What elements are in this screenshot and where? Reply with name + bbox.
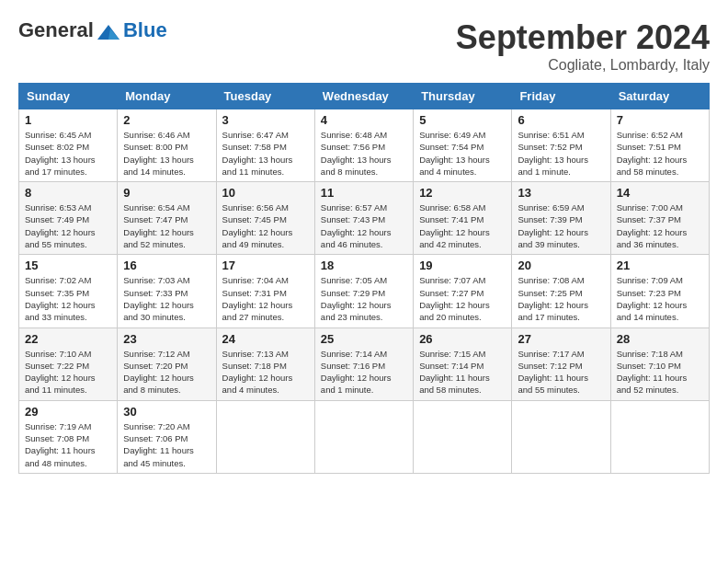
header-thursday: Thursday: [414, 84, 512, 109]
day-17: 17 Sunrise: 7:04 AMSunset: 7:31 PMDaylig…: [216, 255, 314, 327]
day-23: 23 Sunrise: 7:12 AMSunset: 7:20 PMDaylig…: [118, 327, 216, 400]
title-section: September 2024 Cogliate, Lombardy, Italy: [456, 18, 710, 74]
day-27: 27 Sunrise: 7:17 AMSunset: 7:12 PMDaylig…: [512, 327, 610, 400]
day-10: 10 Sunrise: 6:56 AMSunset: 7:45 PMDaylig…: [216, 182, 314, 255]
day-26: 26 Sunrise: 7:15 AMSunset: 7:14 PMDaylig…: [414, 327, 512, 400]
week-row-5: 29 Sunrise: 7:19 AMSunset: 7:08 PMDaylig…: [19, 400, 710, 473]
day-22: 22 Sunrise: 7:10 AMSunset: 7:22 PMDaylig…: [19, 327, 118, 400]
day-19: 19 Sunrise: 7:07 AMSunset: 7:27 PMDaylig…: [414, 255, 512, 327]
day-16: 16 Sunrise: 7:03 AMSunset: 7:33 PMDaylig…: [118, 255, 216, 327]
day-9: 9 Sunrise: 6:54 AMSunset: 7:47 PMDayligh…: [118, 182, 216, 255]
day-18: 18 Sunrise: 7:05 AMSunset: 7:29 PMDaylig…: [314, 255, 413, 327]
day-3: 3 Sunrise: 6:47 AMSunset: 7:58 PMDayligh…: [216, 109, 314, 182]
week-row-2: 8 Sunrise: 6:53 AMSunset: 7:49 PMDayligh…: [19, 182, 710, 255]
calendar-header-row: Sunday Monday Tuesday Wednesday Thursday…: [19, 84, 710, 109]
week-row-3: 15 Sunrise: 7:02 AMSunset: 7:35 PMDaylig…: [19, 255, 710, 327]
day-6: 6 Sunrise: 6:51 AMSunset: 7:52 PMDayligh…: [512, 109, 610, 182]
location-subtitle: Cogliate, Lombardy, Italy: [456, 57, 710, 74]
day-13: 13 Sunrise: 6:59 AMSunset: 7:39 PMDaylig…: [512, 182, 610, 255]
day-30: 30 Sunrise: 7:20 AMSunset: 7:06 PMDaylig…: [118, 400, 216, 473]
svg-marker-1: [108, 29, 119, 40]
header-tuesday: Tuesday: [216, 84, 314, 109]
empty-cell-5: [610, 400, 709, 473]
day-5: 5 Sunrise: 6:49 AMSunset: 7:54 PMDayligh…: [414, 109, 512, 182]
empty-cell-1: [216, 400, 314, 473]
day-24: 24 Sunrise: 7:13 AMSunset: 7:18 PMDaylig…: [216, 327, 314, 400]
day-7: 7 Sunrise: 6:52 AMSunset: 7:51 PMDayligh…: [610, 109, 709, 182]
header-wednesday: Wednesday: [314, 84, 413, 109]
day-25: 25 Sunrise: 7:14 AMSunset: 7:16 PMDaylig…: [314, 327, 413, 400]
empty-cell-4: [512, 400, 610, 473]
logo-icon: [96, 23, 121, 43]
month-year-title: September 2024: [456, 18, 710, 57]
day-20: 20 Sunrise: 7:08 AMSunset: 7:25 PMDaylig…: [512, 255, 610, 327]
day-28: 28 Sunrise: 7:18 AMSunset: 7:10 PMDaylig…: [610, 327, 709, 400]
day-11: 11 Sunrise: 6:57 AMSunset: 7:43 PMDaylig…: [314, 182, 413, 255]
day-4: 4 Sunrise: 6:48 AMSunset: 7:56 PMDayligh…: [314, 109, 413, 182]
header-friday: Friday: [512, 84, 610, 109]
day-12: 12 Sunrise: 6:58 AMSunset: 7:41 PMDaylig…: [414, 182, 512, 255]
logo: GeneralBlue: [18, 18, 167, 43]
logo-general: GeneralBlue: [18, 18, 167, 43]
header-sunday: Sunday: [19, 84, 118, 109]
week-row-1: 1 Sunrise: 6:45 AMSunset: 8:02 PMDayligh…: [19, 109, 710, 182]
day-1: 1 Sunrise: 6:45 AMSunset: 8:02 PMDayligh…: [19, 109, 118, 182]
page-header: GeneralBlue September 2024 Cogliate, Lom…: [18, 18, 710, 74]
day-15: 15 Sunrise: 7:02 AMSunset: 7:35 PMDaylig…: [19, 255, 118, 327]
week-row-4: 22 Sunrise: 7:10 AMSunset: 7:22 PMDaylig…: [19, 327, 710, 400]
empty-cell-2: [314, 400, 413, 473]
day-8: 8 Sunrise: 6:53 AMSunset: 7:49 PMDayligh…: [19, 182, 118, 255]
day-14: 14 Sunrise: 7:00 AMSunset: 7:37 PMDaylig…: [610, 182, 709, 255]
day-21: 21 Sunrise: 7:09 AMSunset: 7:23 PMDaylig…: [610, 255, 709, 327]
empty-cell-3: [414, 400, 512, 473]
header-saturday: Saturday: [610, 84, 709, 109]
day-29: 29 Sunrise: 7:19 AMSunset: 7:08 PMDaylig…: [19, 400, 118, 473]
day-2: 2 Sunrise: 6:46 AMSunset: 8:00 PMDayligh…: [118, 109, 216, 182]
calendar-table: Sunday Monday Tuesday Wednesday Thursday…: [18, 83, 710, 474]
header-monday: Monday: [118, 84, 216, 109]
